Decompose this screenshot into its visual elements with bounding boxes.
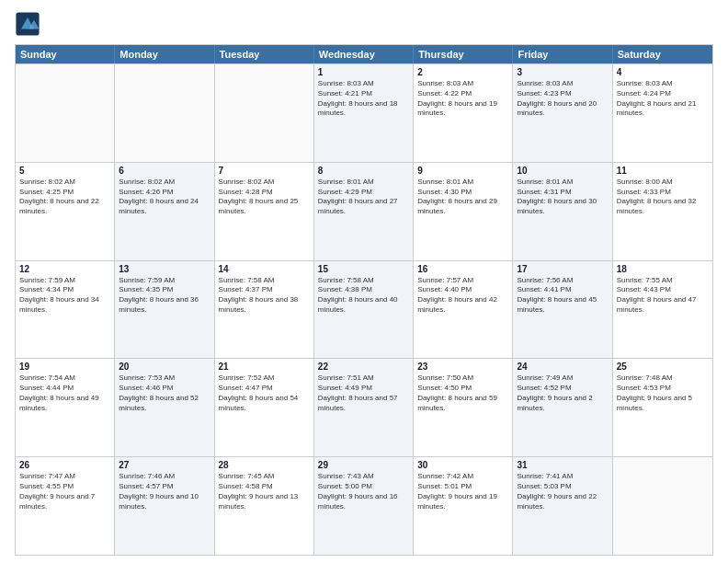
day-cell-31: 31Sunrise: 7:41 AM Sunset: 5:03 PM Dayli… [513,457,612,555]
day-cell-4: 4Sunrise: 8:03 AM Sunset: 4:24 PM Daylig… [613,64,712,162]
day-cell-11: 11Sunrise: 8:00 AM Sunset: 4:33 PM Dayli… [613,163,712,260]
cell-info: Sunrise: 7:43 AM Sunset: 5:00 PM Dayligh… [318,472,409,511]
page: SundayMondayTuesdayWednesdayThursdayFrid… [0,0,728,563]
cell-info: Sunrise: 8:01 AM Sunset: 4:31 PM Dayligh… [517,178,608,217]
calendar-body: 1Sunrise: 8:03 AM Sunset: 4:21 PM Daylig… [16,63,712,555]
cell-info: Sunrise: 7:58 AM Sunset: 4:38 PM Dayligh… [318,276,409,316]
day-number: 26 [19,460,110,470]
day-cell-3: 3Sunrise: 8:03 AM Sunset: 4:23 PM Daylig… [513,64,612,162]
day-number: 7 [219,166,310,176]
day-number: 20 [119,362,210,372]
cell-info: Sunrise: 7:57 AM Sunset: 4:40 PM Dayligh… [417,276,508,316]
day-cell-23: 23Sunrise: 7:50 AM Sunset: 4:50 PM Dayli… [414,359,513,456]
day-cell-6: 6Sunrise: 8:02 AM Sunset: 4:26 PM Daylig… [115,163,214,260]
cell-info: Sunrise: 8:02 AM Sunset: 4:25 PM Dayligh… [19,178,110,217]
cell-info: Sunrise: 7:58 AM Sunset: 4:37 PM Dayligh… [219,276,310,316]
day-cell-21: 21Sunrise: 7:52 AM Sunset: 4:47 PM Dayli… [215,359,314,456]
day-number: 25 [617,362,709,372]
day-number: 31 [517,460,608,470]
weekday-header-monday: Monday [115,45,214,63]
calendar-row-4: 26Sunrise: 7:47 AM Sunset: 4:55 PM Dayli… [16,456,712,555]
calendar-row-0: 1Sunrise: 8:03 AM Sunset: 4:21 PM Daylig… [16,63,712,162]
day-number: 4 [617,67,709,77]
cell-info: Sunrise: 8:01 AM Sunset: 4:29 PM Dayligh… [318,178,409,217]
cell-info: Sunrise: 7:56 AM Sunset: 4:41 PM Dayligh… [517,276,608,316]
day-number: 24 [517,362,608,372]
day-cell-7: 7Sunrise: 8:02 AM Sunset: 4:28 PM Daylig… [215,163,314,260]
weekday-header-friday: Friday [513,45,612,63]
day-cell-17: 17Sunrise: 7:56 AM Sunset: 4:41 PM Dayli… [513,261,612,359]
day-cell-26: 26Sunrise: 7:47 AM Sunset: 4:55 PM Dayli… [16,457,115,555]
day-cell-20: 20Sunrise: 7:53 AM Sunset: 4:46 PM Dayli… [115,359,214,456]
cell-info: Sunrise: 8:00 AM Sunset: 4:33 PM Dayligh… [617,178,709,217]
cell-info: Sunrise: 8:03 AM Sunset: 4:24 PM Dayligh… [617,79,709,119]
day-number: 21 [219,362,310,372]
cell-info: Sunrise: 7:49 AM Sunset: 4:52 PM Dayligh… [517,373,608,413]
logo [15,11,44,37]
day-cell-12: 12Sunrise: 7:59 AM Sunset: 4:34 PM Dayli… [16,261,115,359]
day-cell-30: 30Sunrise: 7:42 AM Sunset: 5:01 PM Dayli… [414,457,513,555]
calendar-row-2: 12Sunrise: 7:59 AM Sunset: 4:34 PM Dayli… [16,260,712,359]
weekday-header-tuesday: Tuesday [215,45,314,63]
day-number: 22 [318,362,409,372]
calendar-row-3: 19Sunrise: 7:54 AM Sunset: 4:44 PM Dayli… [16,358,712,456]
day-cell-2: 2Sunrise: 8:03 AM Sunset: 4:22 PM Daylig… [414,64,513,162]
day-number: 30 [417,460,508,470]
cell-info: Sunrise: 8:01 AM Sunset: 4:30 PM Dayligh… [417,178,508,217]
cell-info: Sunrise: 7:51 AM Sunset: 4:49 PM Dayligh… [318,373,409,413]
cell-info: Sunrise: 7:59 AM Sunset: 4:34 PM Dayligh… [19,276,110,316]
day-number: 5 [19,166,110,176]
weekday-header-wednesday: Wednesday [314,45,414,63]
day-cell-28: 28Sunrise: 7:45 AM Sunset: 4:58 PM Dayli… [215,457,314,555]
day-cell-29: 29Sunrise: 7:43 AM Sunset: 5:00 PM Dayli… [314,457,414,555]
day-number: 2 [417,67,508,77]
empty-cell [613,457,712,555]
day-number: 17 [517,264,608,274]
day-number: 29 [318,460,409,470]
empty-cell [16,64,115,162]
day-number: 27 [119,460,210,470]
day-cell-1: 1Sunrise: 8:03 AM Sunset: 4:21 PM Daylig… [314,64,414,162]
day-cell-27: 27Sunrise: 7:46 AM Sunset: 4:57 PM Dayli… [115,457,214,555]
cell-info: Sunrise: 7:53 AM Sunset: 4:46 PM Dayligh… [119,373,210,413]
day-number: 23 [417,362,508,372]
cell-info: Sunrise: 7:48 AM Sunset: 4:53 PM Dayligh… [617,373,709,413]
day-number: 18 [617,264,709,274]
cell-info: Sunrise: 8:03 AM Sunset: 4:22 PM Dayligh… [417,79,508,119]
day-cell-10: 10Sunrise: 8:01 AM Sunset: 4:31 PM Dayli… [513,163,612,260]
calendar: SundayMondayTuesdayWednesdayThursdayFrid… [15,44,713,556]
cell-info: Sunrise: 7:50 AM Sunset: 4:50 PM Dayligh… [417,373,508,413]
day-cell-9: 9Sunrise: 8:01 AM Sunset: 4:30 PM Daylig… [414,163,513,260]
day-number: 8 [318,166,409,176]
day-cell-15: 15Sunrise: 7:58 AM Sunset: 4:38 PM Dayli… [314,261,414,359]
day-cell-5: 5Sunrise: 8:02 AM Sunset: 4:25 PM Daylig… [16,163,115,260]
day-number: 15 [318,264,409,274]
day-number: 11 [617,166,709,176]
cell-info: Sunrise: 7:42 AM Sunset: 5:01 PM Dayligh… [417,472,508,511]
day-cell-25: 25Sunrise: 7:48 AM Sunset: 4:53 PM Dayli… [613,359,712,456]
cell-info: Sunrise: 7:59 AM Sunset: 4:35 PM Dayligh… [119,276,210,316]
day-cell-8: 8Sunrise: 8:01 AM Sunset: 4:29 PM Daylig… [314,163,414,260]
empty-cell [215,64,314,162]
day-cell-24: 24Sunrise: 7:49 AM Sunset: 4:52 PM Dayli… [513,359,612,456]
day-number: 13 [119,264,210,274]
day-number: 28 [219,460,310,470]
day-number: 3 [517,67,608,77]
day-cell-14: 14Sunrise: 7:58 AM Sunset: 4:37 PM Dayli… [215,261,314,359]
calendar-row-1: 5Sunrise: 8:02 AM Sunset: 4:25 PM Daylig… [16,162,712,260]
cell-info: Sunrise: 7:41 AM Sunset: 5:03 PM Dayligh… [517,472,608,511]
cell-info: Sunrise: 7:47 AM Sunset: 4:55 PM Dayligh… [19,472,110,511]
cell-info: Sunrise: 7:55 AM Sunset: 4:43 PM Dayligh… [617,276,709,316]
cell-info: Sunrise: 8:02 AM Sunset: 4:26 PM Dayligh… [119,178,210,217]
day-number: 1 [318,67,409,77]
cell-info: Sunrise: 7:45 AM Sunset: 4:58 PM Dayligh… [219,472,310,511]
day-number: 9 [417,166,508,176]
cell-info: Sunrise: 8:03 AM Sunset: 4:23 PM Dayligh… [517,79,608,119]
day-cell-22: 22Sunrise: 7:51 AM Sunset: 4:49 PM Dayli… [314,359,414,456]
weekday-header-thursday: Thursday [414,45,513,63]
cell-info: Sunrise: 7:46 AM Sunset: 4:57 PM Dayligh… [119,472,210,511]
day-cell-18: 18Sunrise: 7:55 AM Sunset: 4:43 PM Dayli… [613,261,712,359]
day-cell-16: 16Sunrise: 7:57 AM Sunset: 4:40 PM Dayli… [414,261,513,359]
cell-info: Sunrise: 7:52 AM Sunset: 4:47 PM Dayligh… [219,373,310,413]
day-number: 10 [517,166,608,176]
